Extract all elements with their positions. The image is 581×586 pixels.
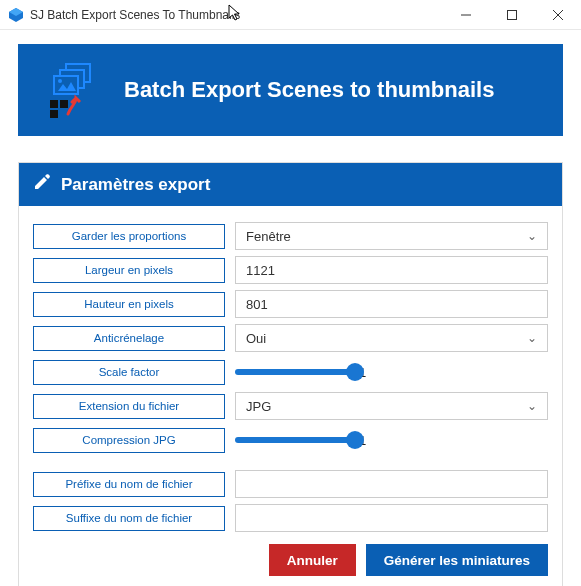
close-button[interactable]: [535, 0, 581, 30]
antialias-button[interactable]: Anticrénelage: [33, 326, 225, 351]
width-input[interactable]: 1121: [235, 256, 548, 284]
scale-factor-slider[interactable]: [235, 369, 355, 375]
window-controls: [443, 0, 581, 30]
select-value: Fenêtre: [246, 229, 291, 244]
panel-header: Paramètres export: [19, 163, 562, 206]
svg-rect-13: [50, 110, 58, 118]
chevron-down-icon: ⌄: [527, 229, 537, 243]
height-input[interactable]: 801: [235, 290, 548, 318]
svg-rect-12: [60, 100, 68, 108]
slider-thumb[interactable]: [346, 363, 364, 381]
cancel-button[interactable]: Annuler: [269, 544, 356, 576]
chevron-down-icon: ⌄: [527, 331, 537, 345]
titlebar: SJ Batch Export Scenes To Thumbnails: [0, 0, 581, 30]
window-title: SJ Batch Export Scenes To Thumbnails: [30, 8, 240, 22]
select-value: JPG: [246, 399, 271, 414]
height-button[interactable]: Hauteur en pixels: [33, 292, 225, 317]
pencil-icon: [33, 173, 51, 196]
slider-thumb[interactable]: [346, 431, 364, 449]
jpg-compression-slider[interactable]: [235, 437, 355, 443]
file-ext-select[interactable]: JPG ⌄: [235, 392, 548, 420]
svg-rect-11: [50, 100, 58, 108]
generate-button[interactable]: Générer les miniatures: [366, 544, 548, 576]
scale-factor-button[interactable]: Scale factor: [33, 360, 225, 385]
suffix-input[interactable]: [235, 504, 548, 532]
svg-rect-8: [54, 76, 78, 94]
prefix-button[interactable]: Préfixe du nom de fichier: [33, 472, 225, 497]
banner-title: Batch Export Scenes to thumbnails: [124, 77, 494, 103]
maximize-button[interactable]: [489, 0, 535, 30]
svg-point-10: [58, 79, 62, 83]
cursor-icon: [228, 4, 242, 25]
select-value: Oui: [246, 331, 266, 346]
file-ext-button[interactable]: Extension du fichier: [33, 394, 225, 419]
minimize-button[interactable]: [443, 0, 489, 30]
svg-rect-3: [508, 10, 517, 19]
keep-proportions-button[interactable]: Garder les proportions: [33, 224, 225, 249]
banner: Batch Export Scenes to thumbnails: [18, 44, 563, 136]
app-icon: [8, 7, 24, 23]
keep-proportions-select[interactable]: Fenêtre ⌄: [235, 222, 548, 250]
chevron-down-icon: ⌄: [527, 399, 537, 413]
jpg-compression-button[interactable]: Compression JPG: [33, 428, 225, 453]
banner-icon: [44, 62, 108, 118]
antialias-select[interactable]: Oui ⌄: [235, 324, 548, 352]
suffix-button[interactable]: Suffixe du nom de fichier: [33, 506, 225, 531]
prefix-input[interactable]: [235, 470, 548, 498]
panel-title: Paramètres export: [61, 175, 210, 195]
width-button[interactable]: Largeur en pixels: [33, 258, 225, 283]
settings-panel: Paramètres export Garder les proportions…: [18, 162, 563, 586]
